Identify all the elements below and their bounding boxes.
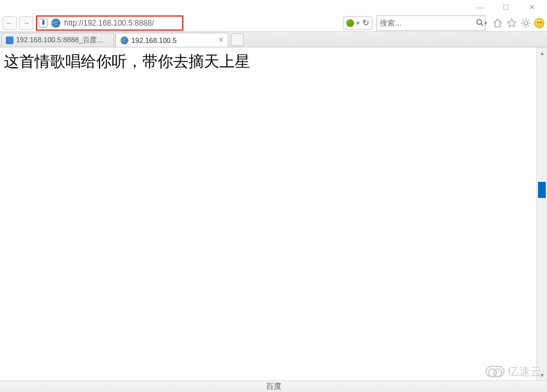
tab-label: 192.168.100.5:8888_百度搜索 xyxy=(16,35,110,45)
compat-dot-icon xyxy=(346,19,354,27)
favicon-ie-icon xyxy=(121,37,128,44)
tab-item-active[interactable]: 192.168.100.5 ✕ xyxy=(115,33,228,47)
scroll-thumb[interactable] xyxy=(538,182,546,198)
scroll-down-icon[interactable]: ▾ xyxy=(537,370,547,380)
security-shield-icon: ⬇ xyxy=(38,19,47,28)
svg-line-8 xyxy=(528,25,530,26)
search-input[interactable] xyxy=(380,19,476,28)
address-bar[interactable]: ⬇ xyxy=(36,15,183,31)
favorites-star-icon[interactable] xyxy=(506,17,518,29)
settings-gear-icon[interactable] xyxy=(520,17,532,29)
svg-line-9 xyxy=(528,19,530,20)
feedback-smile-icon[interactable] xyxy=(534,18,544,28)
chevron-down-icon: ▾ xyxy=(357,20,360,26)
svg-line-1 xyxy=(481,24,483,26)
svg-point-0 xyxy=(477,20,482,24)
status-bar: 百度 xyxy=(0,380,547,392)
tab-close-icon[interactable]: ✕ xyxy=(218,36,224,44)
status-text: 百度 xyxy=(266,381,282,392)
window-minimize-button[interactable]: — xyxy=(467,1,493,13)
window-close-button[interactable]: ✕ xyxy=(519,1,544,13)
home-icon[interactable] xyxy=(492,17,503,29)
viewport: 这首情歌唱给你听，带你去摘天上星 ▴ ▾ xyxy=(0,47,547,380)
compat-view-button[interactable]: ▾ ↻ xyxy=(343,16,373,30)
ie-icon xyxy=(50,17,62,29)
window-maximize-button[interactable]: ☐ xyxy=(493,1,519,13)
browser-toolbar: ← → ⬇ ▾ ↻ ▾ xyxy=(0,14,547,32)
tab-strip: 192.168.100.5:8888_百度搜索 192.168.100.5 ✕ xyxy=(0,32,547,47)
url-input[interactable] xyxy=(63,17,182,29)
svg-line-7 xyxy=(523,19,524,20)
forward-button[interactable]: → xyxy=(19,16,33,30)
back-button[interactable]: ← xyxy=(3,16,17,30)
new-tab-button[interactable] xyxy=(231,33,244,46)
tab-item[interactable]: 192.168.100.5:8888_百度搜索 xyxy=(1,33,114,47)
search-chevron-down-icon[interactable]: ▾ xyxy=(484,20,487,26)
svg-line-10 xyxy=(523,25,524,26)
tab-label: 192.168.100.5 xyxy=(131,37,210,44)
scroll-up-icon[interactable]: ▴ xyxy=(537,47,547,58)
svg-point-2 xyxy=(524,21,528,25)
favicon-icon xyxy=(6,37,13,44)
page-content-text: 这首情歌唱给你听，带你去摘天上星 xyxy=(4,53,250,70)
search-box[interactable]: ▾ xyxy=(376,15,485,31)
window-titlebar: — ☐ ✕ xyxy=(0,0,547,14)
search-icon[interactable] xyxy=(476,19,484,27)
refresh-icon[interactable]: ↻ xyxy=(362,18,369,28)
page-body: 这首情歌唱给你听，带你去摘天上星 xyxy=(0,47,536,380)
vertical-scrollbar[interactable]: ▴ ▾ xyxy=(536,47,547,380)
